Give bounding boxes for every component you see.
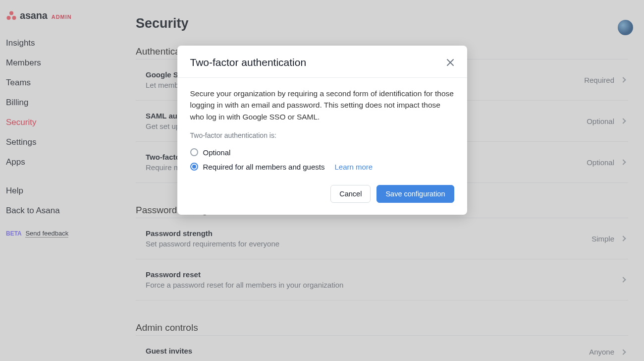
save-configuration-button[interactable]: Save configuration (376, 185, 454, 203)
modal-description: Secure your organization by requiring a … (190, 88, 454, 122)
radio-icon (190, 148, 198, 156)
radio-icon (190, 163, 198, 171)
modal-header: Two-factor authentication (177, 46, 467, 78)
modal-close-button[interactable] (446, 59, 454, 66)
radio-label: Required for all members and guests (203, 163, 325, 171)
modal-overlay: Two-factor authentication Secure your or… (0, 0, 644, 361)
learn-more-link[interactable]: Learn more (334, 163, 373, 171)
radio-option-required[interactable]: Required for all members and guests Lear… (190, 160, 454, 174)
cancel-button[interactable]: Cancel (330, 185, 371, 203)
radio-label: Optional (203, 148, 231, 157)
modal-body: Secure your organization by requiring a … (177, 78, 467, 176)
modal-footer: Cancel Save configuration (177, 176, 467, 215)
two-factor-auth-modal: Two-factor authentication Secure your or… (177, 46, 467, 215)
modal-title: Two-factor authentication (190, 57, 307, 68)
radio-option-optional[interactable]: Optional (190, 145, 454, 160)
close-icon (446, 59, 454, 66)
modal-subheading: Two-factor authentication is: (190, 131, 454, 139)
